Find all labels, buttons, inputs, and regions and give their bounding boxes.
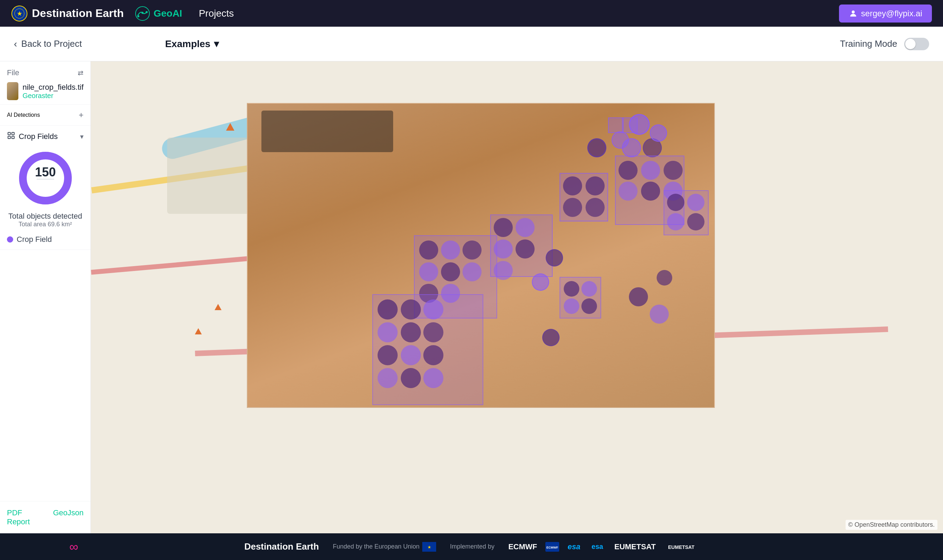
geoai-brand: GeoAI bbox=[135, 6, 182, 21]
det-cir-g5-4 bbox=[419, 262, 438, 282]
ecmwf-logo: ECMWF bbox=[508, 542, 537, 551]
det-cir-g3-2 bbox=[641, 161, 660, 180]
det-cir-g6-3 bbox=[494, 240, 513, 258]
det-circle-6 bbox=[650, 125, 667, 142]
det-cir-g7-8 bbox=[401, 345, 421, 365]
det-cir-g6-1 bbox=[494, 218, 513, 237]
det-cir-g3-4 bbox=[641, 182, 660, 201]
detections-label: AI Detections bbox=[7, 112, 40, 118]
user-icon bbox=[849, 9, 858, 18]
det-cir-g5-3 bbox=[462, 240, 482, 260]
det-cir-g2-3 bbox=[563, 198, 582, 217]
eu-logo-icon: ★ bbox=[11, 5, 28, 22]
user-menu[interactable]: sergey@flypix.ai bbox=[839, 5, 932, 23]
file-label: File bbox=[7, 68, 19, 77]
det-cir-g2-1 bbox=[563, 176, 582, 195]
det-cir-g8-4 bbox=[581, 298, 597, 314]
det-sq-2 bbox=[622, 117, 638, 133]
toolbar: ‹ Back to Project Examples ▾ Training Mo… bbox=[0, 27, 943, 62]
donut-svg: 150 bbox=[16, 149, 75, 208]
det-cir-g6-4 bbox=[516, 240, 535, 258]
map-container[interactable]: © OpenStreetMap contributors. bbox=[91, 62, 943, 533]
eumetsat-logo-icon: EUMETSAT bbox=[664, 542, 699, 552]
svg-text:150: 150 bbox=[35, 165, 55, 179]
det-cir-g5-2 bbox=[441, 240, 460, 260]
header: ★ Destination Earth GeoAI Projects serge… bbox=[0, 0, 943, 27]
det-cir-g4-3 bbox=[667, 213, 684, 231]
swap-icon[interactable]: ⇄ bbox=[78, 69, 83, 77]
det-cir-g7-7 bbox=[378, 345, 398, 365]
svg-text:ECMWF: ECMWF bbox=[546, 546, 558, 549]
city-block bbox=[167, 138, 257, 214]
file-type: Georaster bbox=[23, 92, 83, 100]
ecmwf-logo-icon: ECMWF bbox=[545, 542, 559, 552]
svg-text:EUMETSAT: EUMETSAT bbox=[668, 545, 695, 550]
det-cir-s6 bbox=[656, 270, 672, 286]
training-toggle-switch[interactable] bbox=[904, 38, 929, 50]
det-cir-g5-6 bbox=[462, 262, 482, 282]
det-cir-g5-5 bbox=[441, 262, 460, 282]
svg-rect-8 bbox=[8, 132, 11, 135]
det-cir-g3-5 bbox=[664, 161, 683, 180]
thumbnail-image bbox=[7, 82, 18, 100]
file-section: File ⇄ nile_crop_fields.tif Georaster bbox=[0, 62, 91, 105]
total-area-label: Total area 69.6 km² bbox=[18, 221, 72, 228]
det-cir-g4-2 bbox=[687, 194, 704, 211]
app-name: Destination Earth bbox=[32, 7, 124, 20]
det-cir-g7-10 bbox=[378, 368, 398, 388]
svg-point-7 bbox=[852, 11, 855, 14]
det-cir-g3-1 bbox=[618, 161, 638, 180]
crop-chevron-icon[interactable]: ▾ bbox=[80, 132, 83, 141]
eu-flag-icon: ★ bbox=[422, 542, 436, 552]
det-sq-1 bbox=[608, 117, 624, 133]
det-cir-g6-5 bbox=[494, 261, 513, 280]
det-cir-g5-1 bbox=[419, 240, 438, 260]
svg-rect-11 bbox=[12, 136, 14, 138]
esa-logo-icon: esa bbox=[589, 542, 606, 552]
projects-nav[interactable]: Projects bbox=[199, 8, 234, 19]
svg-text:esa: esa bbox=[592, 543, 603, 550]
det-cir-g7-4 bbox=[378, 322, 398, 342]
crop-header: Crop Fields ▾ bbox=[7, 131, 83, 142]
back-button[interactable]: ‹ Back to Project bbox=[14, 38, 82, 49]
det-cir-s4 bbox=[629, 287, 648, 306]
infinity-icon: ∞ bbox=[69, 540, 79, 554]
det-cir-g7-11 bbox=[401, 368, 421, 388]
det-cir-g2-4 bbox=[586, 198, 605, 217]
footer-partners: ECMWF ECMWF esa esa EUMETSAT EUMETSAT bbox=[508, 542, 699, 552]
file-name: nile_crop_fields.tif bbox=[23, 83, 83, 92]
svg-point-4 bbox=[137, 15, 139, 17]
svg-text:★: ★ bbox=[427, 545, 431, 549]
town-area bbox=[261, 111, 393, 152]
pdf-report-link[interactable]: PDF Report bbox=[7, 508, 39, 526]
marker-2 bbox=[214, 304, 222, 310]
det-cir-g4-1 bbox=[667, 194, 684, 211]
det-cir-g7-3 bbox=[423, 299, 444, 320]
geoai-icon bbox=[135, 6, 150, 21]
det-cir-g6-2 bbox=[516, 218, 535, 237]
geojson-link[interactable]: GeoJson bbox=[53, 508, 83, 526]
svg-point-6 bbox=[146, 11, 148, 13]
esa-logo: esa bbox=[567, 542, 580, 551]
file-thumbnail bbox=[7, 82, 18, 100]
app-logo: ★ Destination Earth bbox=[11, 5, 124, 22]
det-cir-g7-1 bbox=[378, 299, 398, 320]
det-cir-g7-6 bbox=[423, 322, 444, 342]
add-detection-button[interactable]: + bbox=[79, 110, 83, 120]
det-cir-g7-9 bbox=[423, 345, 444, 365]
footer-logo: Destination Earth bbox=[244, 541, 319, 552]
geoai-label: GeoAI bbox=[154, 8, 182, 19]
training-mode-label: Training Mode bbox=[840, 38, 897, 49]
det-cir-g8-3 bbox=[564, 298, 579, 314]
map-attribution: © OpenStreetMap contributors. bbox=[846, 520, 937, 530]
svg-text:★: ★ bbox=[17, 11, 22, 17]
donut-chart: 150 Total objects detected Total area 69… bbox=[7, 149, 83, 228]
det-cir-g7-2 bbox=[401, 299, 421, 320]
footer: ∞ Destination Earth Funded by the Europe… bbox=[0, 533, 943, 560]
det-circle-2 bbox=[587, 138, 606, 157]
crop-label: Crop Fields bbox=[19, 132, 57, 141]
sidebar: File ⇄ nile_crop_fields.tif Georaster AI… bbox=[0, 62, 91, 533]
examples-dropdown[interactable]: Examples ▾ bbox=[165, 38, 219, 49]
svg-rect-9 bbox=[12, 132, 14, 135]
ai-detections-section: AI Detections + bbox=[0, 105, 91, 126]
